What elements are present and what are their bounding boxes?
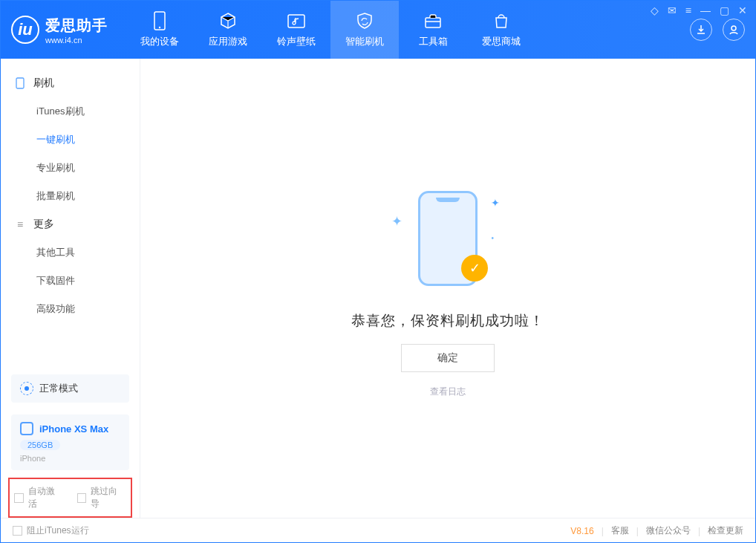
close-icon[interactable]: ✕: [738, 4, 747, 16]
bag-icon: [492, 11, 511, 30]
tab-tools[interactable]: 工具箱: [399, 1, 467, 59]
tab-ringtone[interactable]: 铃声壁纸: [262, 1, 330, 59]
device-small-icon: [14, 77, 26, 89]
view-log-link[interactable]: 查看日志: [430, 386, 466, 398]
device-icon: [20, 422, 33, 435]
main-tabs: 我的设备 应用游戏 铃声壁纸 智能刷机 工具箱 爱思商城: [126, 1, 535, 59]
user-button[interactable]: [723, 19, 745, 41]
wechat-link[interactable]: 微信公众号: [646, 524, 691, 537]
ok-button[interactable]: 确定: [401, 344, 495, 372]
sidebar-section-flash: 刷机: [1, 69, 140, 97]
tab-apps[interactable]: 应用游戏: [194, 1, 262, 59]
svg-rect-2: [288, 15, 304, 27]
tab-store[interactable]: 爱思商城: [467, 1, 535, 59]
version-label: V8.16: [570, 526, 593, 536]
checkbox-block-itunes[interactable]: 阻止iTunes运行: [13, 524, 89, 537]
logo-icon: iu: [11, 16, 39, 44]
sidebar-item-pro[interactable]: 专业刷机: [1, 154, 140, 182]
footer: 阻止iTunes运行 V8.16 | 客服 | 微信公众号 | 检查更新: [1, 518, 755, 543]
sidebar-item-other[interactable]: 其他工具: [1, 238, 140, 267]
svg-rect-3: [426, 18, 440, 27]
sidebar-section-more: ≡ 更多: [1, 210, 140, 238]
svg-point-4: [731, 26, 736, 30]
svg-rect-5: [16, 78, 24, 88]
device-card[interactable]: iPhone XS Max 256GB iPhone: [11, 414, 129, 470]
check-circle-icon: ✓: [461, 255, 488, 282]
phone-icon: [150, 11, 169, 30]
main-content: ✦✦• ✓ 恭喜您，保资料刷机成功啦！ 确定 查看日志: [140, 59, 755, 518]
sidebar-item-onekey[interactable]: 一键刷机: [1, 126, 140, 154]
minimize-icon[interactable]: —: [700, 4, 711, 16]
support-link[interactable]: 客服: [611, 524, 629, 537]
success-message: 恭喜您，保资料刷机成功啦！: [351, 311, 544, 331]
mode-card: 正常模式: [11, 374, 129, 403]
cube-icon: [218, 11, 238, 30]
download-button[interactable]: [690, 19, 712, 41]
app-title: 爱思助手: [45, 16, 108, 36]
feedback-icon[interactable]: ✉: [668, 4, 677, 16]
app-subtitle: www.i4.cn: [45, 36, 108, 45]
highlighted-options: 自动激活 跳过向导: [8, 478, 132, 518]
maximize-icon[interactable]: ▢: [720, 4, 729, 16]
sidebar-item-itunes[interactable]: iTunes刷机: [1, 97, 140, 126]
pin-icon[interactable]: ◇: [651, 4, 659, 16]
update-link[interactable]: 检查更新: [708, 524, 743, 537]
header-right: [690, 19, 745, 41]
device-type: iPhone: [20, 454, 120, 463]
music-folder-icon: [287, 11, 306, 30]
tab-device[interactable]: 我的设备: [126, 1, 194, 59]
success-illustration: ✦✦• ✓: [374, 179, 522, 298]
toolbox-icon: [423, 11, 443, 30]
checkbox-auto-activate[interactable]: 自动激活: [14, 485, 64, 510]
window-controls: ◇ ✉ ≡ — ▢ ✕: [651, 4, 747, 16]
logo: iu 爱思助手 www.i4.cn: [11, 16, 108, 45]
list-icon: ≡: [14, 218, 26, 230]
sidebar-item-advanced[interactable]: 高级功能: [1, 295, 140, 323]
menu-icon[interactable]: ≡: [685, 4, 691, 16]
tab-flash[interactable]: 智能刷机: [330, 1, 399, 59]
mode-icon: [20, 382, 33, 395]
sidebar: 刷机 iTunes刷机 一键刷机 专业刷机 批量刷机 ≡ 更多 其他工具 下载固…: [1, 59, 140, 518]
mode-label: 正常模式: [39, 382, 78, 395]
sidebar-item-firmware[interactable]: 下载固件: [1, 267, 140, 295]
device-capacity: 256GB: [20, 440, 60, 450]
checkbox-skip-guide[interactable]: 跳过向导: [77, 485, 127, 510]
refresh-shield-icon: [355, 11, 374, 30]
header: iu 爱思助手 www.i4.cn 我的设备 应用游戏 铃声壁纸 智能刷机 工具…: [1, 1, 755, 59]
device-name: iPhone XS Max: [39, 423, 108, 435]
svg-point-1: [159, 27, 160, 28]
sidebar-item-batch[interactable]: 批量刷机: [1, 182, 140, 210]
